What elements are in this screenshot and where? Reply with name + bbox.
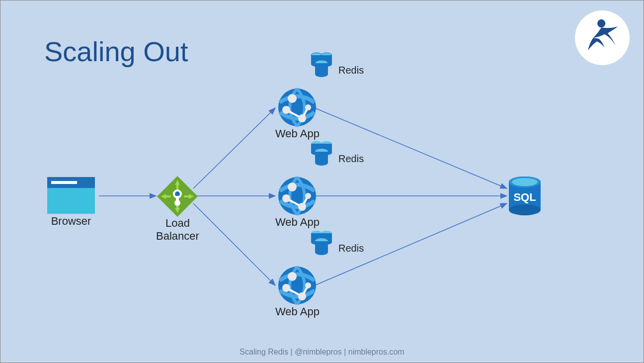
- webapp-node-3: Web App: [275, 266, 320, 318]
- svg-point-56: [305, 282, 311, 288]
- sql-node: SQL: [507, 176, 543, 216]
- svg-rect-10: [51, 181, 77, 184]
- svg-point-39: [298, 203, 306, 211]
- svg-text:SQL: SQL: [513, 191, 536, 203]
- redis-label-2: Redis: [338, 153, 364, 165]
- svg-point-22: [288, 94, 297, 103]
- slide: Scaling Out: [0, 0, 644, 363]
- webapp-icon: [277, 176, 317, 216]
- logo-icon: [575, 10, 630, 65]
- svg-point-55: [298, 292, 306, 300]
- svg-point-33: [315, 71, 328, 77]
- load-balancer-icon: [157, 176, 198, 217]
- svg-point-66: [315, 249, 328, 255]
- svg-line-4: [193, 203, 275, 285]
- svg-point-21: [305, 104, 311, 110]
- slide-title: Scaling Out: [44, 35, 188, 68]
- redis-icon: [308, 139, 335, 167]
- svg-point-50: [315, 160, 328, 166]
- webapp-node-2: Web App: [275, 176, 320, 229]
- browser-node: Browser: [46, 176, 96, 228]
- load-balancer-node: Load Balancer: [156, 176, 199, 243]
- svg-point-13: [175, 191, 180, 196]
- webapp-label-2: Web App: [275, 216, 320, 229]
- svg-point-71: [512, 178, 538, 186]
- load-balancer-label: Load Balancer: [156, 217, 199, 243]
- redis-node-2: Redis: [308, 139, 364, 167]
- svg-point-69: [509, 204, 541, 215]
- webapp-node-1: Web App: [275, 88, 320, 140]
- svg-point-40: [305, 193, 311, 199]
- sql-icon: SQL: [507, 176, 543, 216]
- redis-label-3: Redis: [338, 243, 364, 254]
- svg-point-19: [282, 106, 290, 114]
- redis-label-1: Redis: [338, 65, 364, 76]
- webapp-icon: [277, 266, 317, 305]
- svg-point-57: [288, 272, 297, 281]
- slide-footer: Scaling Redis | @nimblepros | nimblepros…: [0, 348, 644, 357]
- browser-icon: [46, 176, 96, 215]
- svg-point-41: [288, 182, 297, 191]
- webapp-label-3: Web App: [275, 305, 320, 318]
- svg-line-2: [193, 108, 275, 188]
- redis-icon: [308, 50, 335, 78]
- redis-node-1: Redis: [308, 50, 364, 78]
- svg-point-54: [282, 284, 290, 292]
- browser-label: Browser: [51, 215, 91, 228]
- svg-point-38: [282, 194, 290, 202]
- svg-rect-15: [176, 196, 179, 201]
- redis-icon: [308, 228, 335, 256]
- webapp-icon: [277, 88, 317, 127]
- svg-point-0: [597, 19, 605, 27]
- svg-point-20: [298, 114, 306, 122]
- redis-node-3: Redis: [308, 228, 364, 256]
